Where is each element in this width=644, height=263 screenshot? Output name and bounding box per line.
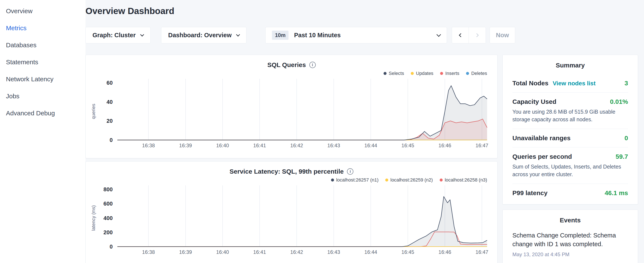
summary-description: Sum of Selects, Updates, Inserts, and De…: [512, 163, 628, 178]
main-content: Overview Dashboard Graph: Cluster Dashbo…: [86, 0, 644, 263]
svg-text:16:44: 16:44: [364, 143, 377, 148]
summary-row: Unavailable ranges0: [512, 129, 628, 147]
svg-text:40: 40: [106, 99, 113, 105]
svg-text:600: 600: [104, 200, 113, 207]
page-title: Overview Dashboard: [86, 6, 174, 16]
summary-label: Unavailable ranges: [512, 134, 570, 142]
svg-text:16:38: 16:38: [142, 143, 155, 148]
summary-label: Queries per second: [512, 153, 572, 160]
chevron-down-icon: [140, 33, 144, 36]
svg-text:20: 20: [106, 118, 113, 124]
svg-text:16:45: 16:45: [402, 143, 414, 148]
svg-text:16:42: 16:42: [290, 143, 303, 148]
svg-text:16:42: 16:42: [290, 249, 303, 255]
svg-text:16:41: 16:41: [253, 143, 266, 148]
summary-label: Capacity Used: [512, 98, 556, 105]
now-button[interactable]: Now: [490, 27, 515, 43]
event-text: Schema Change Completed: Schema change w…: [512, 231, 628, 248]
svg-text:16:41: 16:41: [253, 249, 266, 255]
summary-title: Summary: [512, 55, 628, 74]
graph-scope-label: Graph: Cluster: [92, 32, 136, 39]
svg-text:16:40: 16:40: [216, 249, 229, 255]
sidebar-item-network-latency[interactable]: Network Latency: [0, 71, 86, 88]
svg-text:16:39: 16:39: [179, 143, 192, 148]
sidebar-nav: OverviewMetricsDatabasesStatementsNetwor…: [0, 3, 86, 122]
summary-row: Capacity Used0.01%You are using 28.6 MiB…: [512, 92, 628, 129]
charts-column: SQL Queries i SelectsUpdatesInsertsDelet…: [86, 55, 498, 263]
svg-text:16:38: 16:38: [142, 249, 155, 255]
summary-row: Total NodesView nodes list3: [512, 74, 628, 92]
summary-label: P99 latency: [512, 189, 548, 197]
svg-text:latency (ms): latency (ms): [91, 205, 96, 231]
line-chart: 16:3816:3916:4016:4116:4216:4316:4416:45…: [86, 161, 497, 263]
svg-text:16:43: 16:43: [328, 143, 340, 148]
sidebar-item-overview[interactable]: Overview: [0, 3, 86, 20]
svg-text:16:43: 16:43: [328, 249, 340, 255]
chevron-down-icon: [436, 32, 441, 37]
svg-text:queries: queries: [91, 104, 96, 119]
line-chart: 16:3816:3916:4016:4116:4216:4316:4416:45…: [86, 55, 497, 158]
svg-text:0: 0: [110, 137, 113, 143]
view-nodes-list-link[interactable]: View nodes list: [552, 80, 596, 87]
svg-text:0: 0: [110, 243, 113, 250]
sidebar-item-statements[interactable]: Statements: [0, 54, 86, 71]
dashboard-label: Dashboard: Overview: [168, 32, 232, 39]
chart-panel-service-latency: Service Latency: SQL, 99th percentile i …: [86, 161, 498, 263]
svg-text:16:46: 16:46: [438, 249, 451, 255]
summary-value: 59.7: [616, 153, 628, 160]
summary-row: P99 latency46.1 ms: [512, 184, 628, 202]
summary-value: 46.1 ms: [605, 189, 628, 197]
dashboard-dropdown[interactable]: Dashboard: Overview: [161, 27, 246, 43]
graph-scope-dropdown[interactable]: Graph: Cluster: [86, 27, 150, 43]
time-window-badge: 10m: [272, 31, 288, 40]
sidebar-item-metrics[interactable]: Metrics: [0, 20, 86, 37]
event-timestamp: May 13, 2020 at 4:45 PM: [512, 251, 628, 257]
svg-text:16:39: 16:39: [179, 249, 192, 255]
summary-row: Queries per second59.7Sum of Selects, Up…: [512, 147, 628, 184]
summary-rows: Total NodesView nodes list3Capacity Used…: [512, 74, 628, 202]
time-step-back-button[interactable]: [452, 27, 469, 43]
svg-text:16:40: 16:40: [216, 143, 229, 148]
summary-description: You are using 28.6 MiB of 515.9 GiB usab…: [512, 108, 628, 123]
svg-text:16:45: 16:45: [402, 249, 414, 255]
summary-panel: Summary Total NodesView nodes list3Capac…: [502, 55, 638, 204]
svg-text:16:47: 16:47: [476, 143, 488, 148]
svg-text:200: 200: [104, 229, 113, 235]
chevron-down-icon: [236, 33, 240, 36]
summary-label: Total Nodes: [512, 80, 548, 87]
time-step-forward-button[interactable]: [469, 27, 486, 43]
time-range-selector[interactable]: 10m Past 10 Minutes: [265, 27, 447, 43]
sidebar-item-advanced-debug[interactable]: Advanced Debug: [0, 105, 86, 122]
svg-text:800: 800: [104, 186, 113, 193]
right-column: Summary Total NodesView nodes list3Capac…: [502, 55, 638, 263]
svg-text:16:47: 16:47: [476, 249, 488, 255]
svg-text:16:44: 16:44: [364, 249, 377, 255]
sidebar-item-jobs[interactable]: Jobs: [0, 88, 86, 105]
controls-bar: Graph: Cluster Dashboard: Overview 10m P…: [86, 27, 515, 43]
sidebar-item-databases[interactable]: Databases: [0, 37, 86, 54]
events-panel: Events Schema Change Completed: Schema c…: [502, 210, 638, 263]
summary-value: 0.01%: [610, 98, 628, 105]
events-list: Schema Change Completed: Schema change w…: [512, 231, 628, 257]
chart-panel-sql-queries: SQL Queries i SelectsUpdatesInsertsDelet…: [86, 55, 498, 158]
time-step-buttons: [452, 27, 486, 43]
svg-text:60: 60: [106, 80, 113, 86]
chevron-left-icon: [459, 33, 463, 37]
svg-text:16:46: 16:46: [438, 143, 451, 148]
sidebar: OverviewMetricsDatabasesStatementsNetwor…: [0, 0, 86, 263]
summary-value: 0: [624, 134, 628, 142]
events-title: Events: [512, 210, 628, 229]
chevron-right-icon: [475, 33, 478, 37]
svg-text:400: 400: [104, 215, 113, 221]
content-row: SQL Queries i SelectsUpdatesInsertsDelet…: [86, 55, 638, 263]
time-window-label: Past 10 Minutes: [294, 32, 340, 39]
summary-value: 3: [624, 80, 628, 87]
